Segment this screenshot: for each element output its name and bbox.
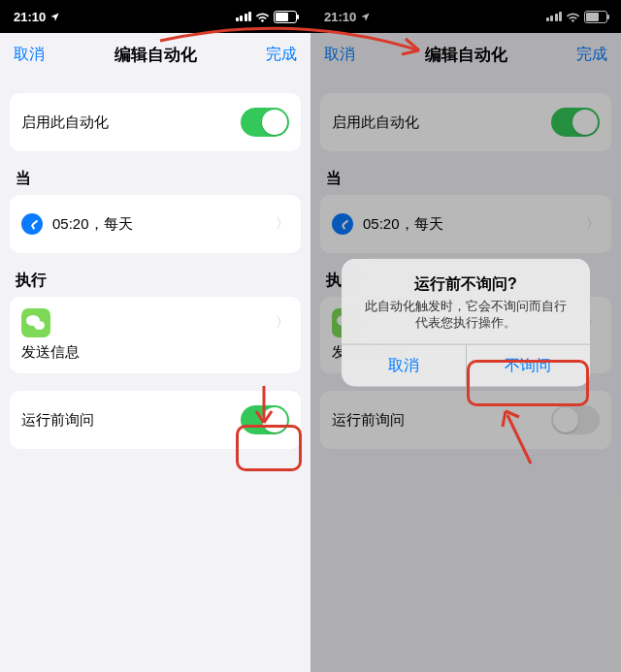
- signal-icon: [236, 12, 252, 21]
- done-button[interactable]: 完成: [266, 45, 297, 65]
- alert-cancel-button[interactable]: 取消: [342, 345, 466, 387]
- alert-title: 运行前不询问?: [342, 258, 590, 296]
- do-action-row[interactable]: 〉 发送信息: [10, 297, 301, 373]
- when-time-label: 05:20，每天: [52, 215, 133, 234]
- status-bar: 21:10: [0, 0, 310, 33]
- enable-label: 启用此自动化: [21, 113, 109, 132]
- chevron-right-icon: 〉: [276, 215, 289, 233]
- page-title: 编辑自动化: [114, 44, 197, 66]
- ask-before-run-row: 运行前询问: [10, 391, 301, 449]
- enable-automation-row: 启用此自动化: [10, 93, 301, 151]
- cancel-button[interactable]: 取消: [14, 45, 45, 65]
- do-action-label: 发送信息: [21, 343, 80, 362]
- when-heading: 当: [0, 169, 310, 195]
- chevron-right-icon: 〉: [276, 314, 289, 332]
- ask-label: 运行前询问: [21, 411, 94, 430]
- confirm-alert: 运行前不询问? 此自动化触发时，它会不询问而自行代表您执行操作。 取消 不询问: [342, 258, 590, 387]
- nav-bar: 取消 编辑自动化 完成: [0, 33, 310, 76]
- status-time: 21:10: [14, 10, 46, 24]
- ask-toggle[interactable]: [241, 405, 289, 434]
- location-icon: [49, 12, 60, 22]
- wifi-icon: [255, 12, 270, 22]
- alert-message: 此自动化触发时，它会不询问而自行代表您执行操作。: [342, 296, 590, 344]
- when-trigger-row[interactable]: 05:20，每天 〉: [10, 195, 301, 253]
- battery-icon: [274, 11, 297, 23]
- do-heading: 执行: [0, 271, 310, 297]
- alert-confirm-button[interactable]: 不询问: [466, 345, 591, 387]
- enable-toggle[interactable]: [241, 108, 289, 137]
- clock-icon: [21, 213, 43, 235]
- wechat-icon: [21, 308, 50, 337]
